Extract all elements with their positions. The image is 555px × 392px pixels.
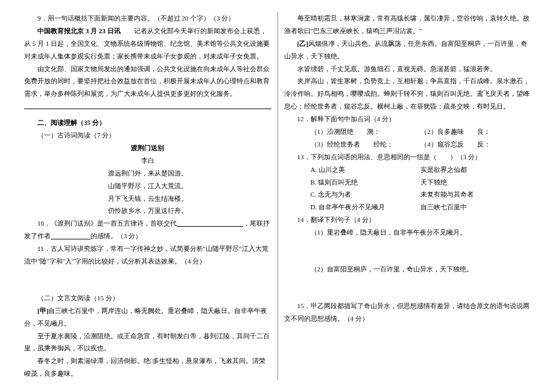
poem-author: 李白: [24, 154, 271, 167]
section2-sub1: （一）古诗词阅读（7 分）: [24, 129, 271, 142]
right-column: 每至晴初霜旦，林寒涧肃，常有高猿长啸，属引凄异，空谷传响，哀转久绝。故渔者歌曰"…: [278, 12, 538, 380]
answer-blank: [24, 101, 271, 109]
q12-row1: （1）沿溯阻绝 溯： （2）良多趣味 良：: [284, 125, 531, 138]
q10-blank1: [177, 220, 243, 227]
section2-title: 二、阅读理解（35 分）: [24, 116, 271, 129]
q12-d: （4）窥谷忘反 反：: [420, 138, 531, 151]
wenyan-title: （二）文言文阅读（15 分）: [24, 292, 271, 305]
jia-para1: [甲]自三峡七百里中，两岸连山，略无阙处。重岩叠嶂，隐天蔽日。自非亭午夜分，不见…: [24, 305, 271, 330]
q13-b1: B. 猿则百叫无绝: [311, 176, 421, 189]
q15: 15．甲乙两段都描写了奇山异水，但思想感情有差异，请结合原文的语句说说两文不同的…: [284, 300, 531, 325]
q13-d: D. 自非亭午夜分不见曦月 自三峡七百里中: [284, 201, 531, 213]
q10: 10．《渡荆门送别》是一首五言律诗，首联交代 ，尾联抒发了作者 的感情。（3 分…: [24, 217, 271, 242]
yi-para1: [乙]风烟俱净，天山共色。从流飘荡，任意东西。自富阳至桐庐，一百许里，奇山异水，…: [284, 37, 531, 63]
q14: 14．翻译下列句子（4 分）: [284, 213, 531, 226]
q13-a1: A. 山川之美: [311, 163, 421, 176]
q10-c: 的感情。（3 分）: [90, 232, 142, 239]
q13: 13．下列加点词语的用法、意思相同的一组是（ ）（3 分）: [284, 151, 531, 163]
q9-news: 中国教育报北京 3 月 23 日讯 记者从文化部今天举行的新闻发布会上获悉，从 …: [24, 25, 271, 63]
q10-blank2: [51, 232, 90, 239]
q13-b2: 天下独绝: [420, 176, 531, 189]
jia-text1: 自三峡七百里中，两岸连山，略无阙处。重岩叠嶂，隐天蔽日。自非亭午夜分，不见曦月。: [24, 307, 267, 327]
poem-line-2: 山随平野尽，江入大荒流。: [24, 180, 271, 192]
q12-c: （3）经纶世务者 经纶：: [311, 138, 421, 151]
yi-para3: 夹岸高山，皆生寒树，负势竞上，互相轩邈；争高直指，千百成峰。泉水激石，泠泠作响。…: [284, 75, 531, 113]
poem-title: 渡荆门送别: [24, 142, 271, 154]
yi-para2: 水皆缥碧，千丈见底。游鱼细石，直视无碍。急湍甚箭，猛浪若奔。: [284, 63, 531, 75]
yi-label: [乙]: [297, 40, 308, 47]
q13-c2: 未复有能与其奇者: [420, 188, 531, 201]
q14-b: （2）自富阳至桐庐，一百许里，奇山异水，天下独绝。: [284, 263, 531, 276]
jia-label: [甲]: [37, 307, 48, 314]
q12-b: （2）良多趣味 良：: [420, 125, 531, 138]
q12-row2: （3）经纶世务者 经纶： （4）窥谷忘反 反：: [284, 138, 531, 151]
poem-line-3: 月下飞天镜，云生结海楼。: [24, 192, 271, 205]
q13-d2: 自三峡七百里中: [420, 201, 531, 213]
q11: 11．古人写诗讲究炼字，常有一字传神之妙，试简要分析"山随平野尽"江入大荒流中"…: [24, 242, 271, 268]
q9-headline: 中国教育报北京 3 月 23 日讯: [37, 27, 121, 34]
q14-a: （1）重岩叠嶂，隐天蔽日，自非亭午夜分不见曦月。: [284, 226, 531, 239]
q13-a: A. 山川之美 实是欲界之仙都: [284, 163, 531, 176]
q12-a: （1）沿溯阻绝 溯：: [311, 125, 421, 138]
q13-a2: 实是欲界之仙都: [420, 163, 531, 176]
jia-para4: 每至晴初霜旦，林寒涧肃，常有高猿长啸，属引凄异，空谷传响，哀转久绝。故渔者歌曰"…: [284, 12, 531, 37]
left-column: 9．用一句话概括下面新闻的主要内容。（不超过 20 个字）（3 分） 中国教育报…: [18, 12, 278, 380]
q12: 12．解释下面句中加点词（4 分）: [284, 113, 531, 125]
jia-para3: 春冬之时，则素湍绿潭，回清倒影。绝𪩘多生怪柏，悬泉瀑布，飞漱其间。清荣峻茂，良多…: [24, 355, 271, 380]
q13-b: B. 猿则百叫无绝 天下独绝: [284, 176, 531, 189]
q13-c1: C. 念无与为者: [311, 188, 421, 201]
q9-para2: 由文化部、国家文物局发出的通知强调，公共文化设施在向未成年人等社会群众免费开放的…: [24, 63, 271, 101]
q9-prompt: 9．用一句话概括下面新闻的主要内容。（不超过 20 个字）（3 分）: [24, 12, 271, 25]
q10-a: 10．《渡荆门送别》是一首五言律诗，首联交代: [37, 220, 177, 227]
poem-line-4: 仍怜故乡水，万里送行舟。: [24, 204, 271, 217]
q13-d1: D. 自非亭午夜分不见曦月: [311, 201, 421, 213]
q13-c: C. 念无与为者 未复有能与其奇者: [284, 188, 531, 201]
poem-line-1: 渡远荆门外，来从楚国游。: [24, 167, 271, 180]
yi-text1: 风烟俱净，天山共色。从流飘荡，任意东西。自富阳至桐庐，一百许里，奇山异水，天下独…: [284, 40, 527, 60]
jia-para2: 至于夏水襄陵，沿溯阻绝。或王命急宣，有时朝发白帝，暮到江陵，其间千二百里，虽乘奔…: [24, 330, 271, 355]
